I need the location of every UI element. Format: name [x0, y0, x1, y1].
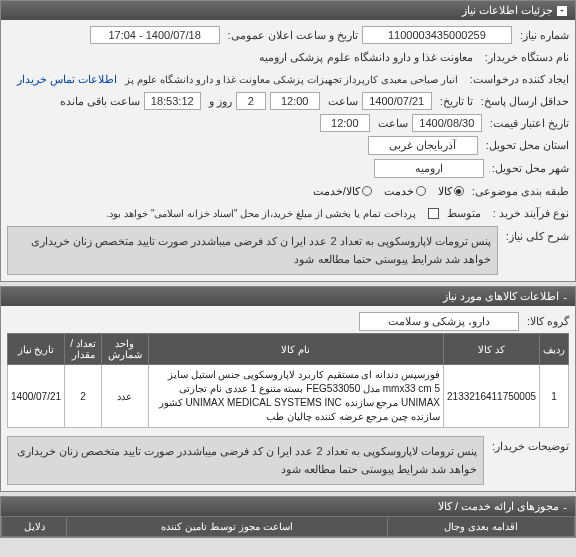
goods-panel-title: اطلاعات کالاهای مورد نیاز	[443, 290, 559, 303]
need-details-header[interactable]: - جزئیات اطلاعات نیاز	[1, 1, 575, 20]
days-label: روز و	[205, 95, 232, 108]
goods-panel: - اطلاعات کالاهای مورد نیاز گروه کالا: د…	[0, 286, 576, 492]
deadline-label: حداقل ارسال پاسخ:	[477, 95, 569, 108]
group-value: دارو، پزشکی و سلامت	[359, 312, 519, 331]
valid-price-label: تاریخ اعتبار قیمت:	[486, 117, 569, 130]
permissions-header[interactable]: - مجوزهای ارائه خدمت / کالا	[1, 497, 575, 516]
goods-header[interactable]: - اطلاعات کالاهای مورد نیاز	[1, 287, 575, 306]
radio-both-label: کالا/خدمت	[313, 185, 360, 198]
cell-code: 2133216411750005	[444, 365, 540, 428]
goods-body: گروه کالا: دارو، پزشکی و سلامت ردیف کد ک…	[1, 306, 575, 491]
radio-goods[interactable]: کالا	[438, 185, 464, 198]
days-value: 2	[236, 92, 266, 110]
radio-dot-icon	[362, 186, 372, 196]
collapse-icon[interactable]: -	[563, 291, 567, 303]
radio-goods-label: کالا	[438, 185, 452, 198]
col-code: کد کالا	[444, 334, 540, 365]
radio-both[interactable]: کالا/خدمت	[313, 185, 372, 198]
province-value: آذربایجان غربی	[368, 136, 478, 155]
payment-note: پرداخت تمام یا بخشی از مبلغ خرید،از محل …	[103, 208, 420, 219]
need-details-body: شماره نیاز: 1100003435000259 تاریخ و ساع…	[1, 20, 575, 281]
col-name: نام کالا	[148, 334, 443, 365]
buyer-contact-link[interactable]: اطلاعات تماس خریدار	[17, 73, 117, 86]
buyer-org-label: نام دستگاه خریدار:	[481, 51, 569, 64]
buy-process-value: متوسط	[443, 207, 485, 220]
cell-unit: عدد	[102, 365, 148, 428]
permissions-panel: - مجوزهای ارائه خدمت / کالا اقدامه بعدی …	[0, 496, 576, 538]
col-qty: تعداد / مقدار	[65, 334, 102, 365]
footer-col-2: اساعت مجوز توسط تامین کننده	[67, 517, 388, 537]
to-label: تا تاریخ:	[436, 95, 473, 108]
deadline-time: 12:00	[270, 92, 320, 110]
group-label: گروه کالا:	[523, 315, 569, 328]
permissions-table: اقدامه بعدی وجال اساعت مجوز توسط تامین ک…	[1, 516, 575, 537]
valid-price-date: 1400/08/30	[412, 114, 482, 132]
radio-dot-icon	[416, 186, 426, 196]
city-value: ارومیه	[374, 159, 484, 178]
collapse-icon[interactable]: -	[557, 6, 567, 16]
footer-col-1: اقدامه بعدی وجال	[387, 517, 574, 537]
permissions-title: مجوزهای ارائه خدمت / کالا	[438, 500, 559, 513]
announce-date-value: 1400/07/18 - 17:04	[90, 26, 220, 44]
desc-label: شرح کلی نیاز:	[502, 226, 569, 243]
buy-process-label: نوع فرآیند خرید :	[489, 207, 569, 220]
panel-title: جزئیات اطلاعات نیاز	[462, 4, 553, 17]
buyer-note-label: توضیحات خریدار:	[488, 436, 569, 453]
radio-service-label: خدمت	[384, 185, 414, 198]
province-label: استان محل تحویل:	[482, 139, 569, 152]
table-row[interactable]: 1 2133216411750005 فورسپس دندانه ای مستق…	[8, 365, 569, 428]
cell-name: فورسپس دندانه ای مستقیم کاربرد لاپاروسکو…	[148, 365, 443, 428]
footer-col-3: دلایل	[2, 517, 67, 537]
col-unit: واحد شمارش	[102, 334, 148, 365]
need-details-panel: - جزئیات اطلاعات نیاز شماره نیاز: 110000…	[0, 0, 576, 282]
buyer-org-value: معاونت غذا و دارو دانشگاه علوم پزشکی ارو…	[255, 51, 476, 64]
buyer-note-text: پنس ترومات لاپاروسکوپی به تعداد 2 عدد ای…	[7, 436, 484, 485]
goods-table: ردیف کد کالا نام کالا واحد شمارش تعداد /…	[7, 333, 569, 428]
need-number-value: 1100003435000259	[362, 26, 512, 44]
col-date: تاریخ نیاز	[8, 334, 65, 365]
creator-label: ایجاد کننده درخواست:	[466, 73, 569, 86]
permissions-body: اقدامه بعدی وجال اساعت مجوز توسط تامین ک…	[1, 516, 575, 537]
desc-text: پنس ترومات لاپاروسکوپی به تعداد 2 عدد ای…	[7, 226, 498, 275]
creator-value: انبار صباحی معبدی کارپرداز تجهیزات پزشکی…	[121, 74, 461, 85]
deadline-date: 1400/07/21	[362, 92, 432, 110]
cell-qty: 2	[65, 365, 102, 428]
cell-idx: 1	[540, 365, 569, 428]
countdown-timer: 18:53:12	[144, 92, 201, 110]
time-label-2: ساعت	[374, 117, 408, 130]
city-label: شهر محل تحویل:	[488, 162, 569, 175]
time-label-1: ساعت	[324, 95, 358, 108]
need-number-label: شماره نیاز:	[516, 29, 569, 42]
payment-checkbox[interactable]	[428, 208, 439, 219]
announce-date-label: تاریخ و ساعت اعلان عمومی:	[224, 29, 358, 42]
radio-dot-icon	[454, 186, 464, 196]
category-label: طبقه بندی موضوعی:	[468, 185, 569, 198]
valid-price-time: 12:00	[320, 114, 370, 132]
cell-date: 1400/07/21	[8, 365, 65, 428]
col-idx: ردیف	[540, 334, 569, 365]
radio-service[interactable]: خدمت	[384, 185, 426, 198]
collapse-icon[interactable]: -	[563, 501, 567, 513]
remaining-label: ساعت باقی مانده	[56, 95, 140, 108]
